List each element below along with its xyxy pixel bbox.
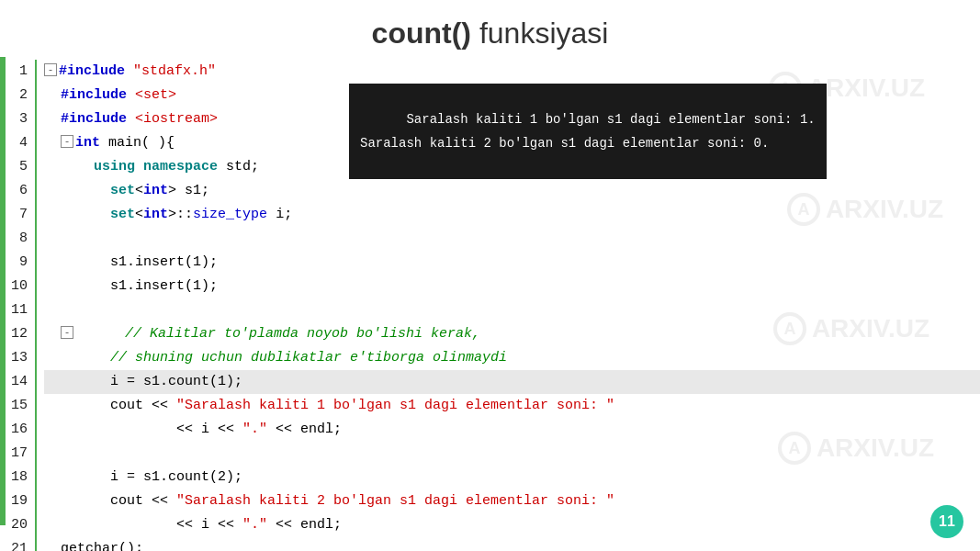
output-overlay: Saralash kaliti 1 bo'lgan s1 dagi elemen… [349,84,827,179]
code-line-17 [44,442,980,466]
ln-4: 4 [11,131,28,155]
page-badge: 11 [930,505,963,538]
code-line-21: getchar(); [44,537,980,551]
code-line-10: s1.insert(1); [44,275,980,298]
ln-12: 12 [11,322,28,346]
code-line-16: << i << "." << endl; [44,418,980,442]
code-line-19: cout << "Saralash kaliti 2 bo'lgan s1 da… [44,489,980,513]
ln-11: 11 [11,298,28,322]
page-title: count() funksiyasi [0,0,980,60]
ln-15: 15 [11,394,28,418]
collapse-4[interactable]: - [61,135,73,148]
code-line-14: i = s1.count(1); [44,370,980,394]
ln-17: 17 [11,442,28,466]
output-line2: Saralash kaliti 2 bo'lgan s1 dagi elemen… [360,136,769,151]
ln-10: 10 [11,275,28,298]
code-line-13: // shuning uchun dublikatlar e'tiborga o… [44,346,980,370]
code-area: 1 2 3 4 5 6 7 8 9 10 11 12 13 14 15 16 1… [0,60,980,551]
page-number: 11 [939,513,955,530]
ln-18: 18 [11,466,28,489]
ln-9: 9 [11,251,28,275]
title-bold: count() [372,17,471,50]
code-line-7: set<int>::size_type i; [44,203,980,227]
code-line-12: - // Kalitlar to'plamda noyob bo'lishi k… [44,322,980,346]
code-line-11 [44,298,980,322]
code-content: Saralash kaliti 1 bo'lgan s1 dagi elemen… [37,60,980,551]
ln-1: 1 [11,60,28,84]
code-line-18: i = s1.count(2); [44,466,980,489]
ln-13: 13 [11,346,28,370]
title-normal: funksiyasi [471,17,608,50]
code-line-20: << i << "." << endl; [44,513,980,537]
code-line-6: set<int> s1; [44,179,980,203]
ln-14: 14 [11,370,28,394]
ln-21: 21 [11,537,28,551]
ln-19: 19 [11,489,28,513]
ln-20: 20 [11,513,28,537]
ln-7: 7 [11,203,28,227]
collapse-12[interactable]: - [61,326,73,339]
code-line-8 [44,227,980,251]
code-line-15: cout << "Saralash kaliti 1 bo'lgan s1 da… [44,394,980,418]
green-bar [0,57,6,525]
ln-6: 6 [11,179,28,203]
code-line-1: -#include "stdafx.h" [44,60,980,84]
ln-2: 2 [11,84,28,107]
ln-5: 5 [11,155,28,179]
collapse-1[interactable]: - [44,63,57,76]
code-line-9: s1.insert(1); [44,251,980,275]
ln-3: 3 [11,107,28,131]
ln-16: 16 [11,418,28,442]
line-numbers: 1 2 3 4 5 6 7 8 9 10 11 12 13 14 15 16 1… [0,60,37,551]
output-line1: Saralash kaliti 1 bo'lgan s1 dagi elemen… [406,112,815,127]
ln-8: 8 [11,227,28,251]
